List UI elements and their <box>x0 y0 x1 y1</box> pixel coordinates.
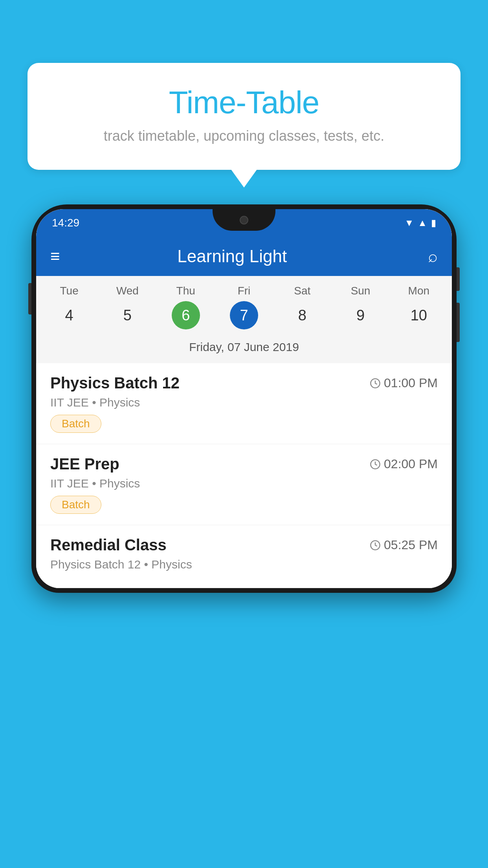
status-icons: ▼ ▲ ▮ <box>404 217 436 228</box>
tooltip-subtitle: track timetable, upcoming classes, tests… <box>51 128 437 144</box>
power-button-2 <box>457 303 460 342</box>
calendar-strip: Tue4Wed5Thu6Fri7Sat8Sun9Mon10 Friday, 07… <box>36 276 452 363</box>
status-time: 14:29 <box>52 217 79 229</box>
day-number[interactable]: 8 <box>288 301 316 329</box>
days-row: Tue4Wed5Thu6Fri7Sat8Sun9Mon10 <box>40 285 448 329</box>
schedule-item[interactable]: Remedial Class 05:25 PM Physics Batch 12… <box>36 525 452 588</box>
day-number[interactable]: 10 <box>405 301 433 329</box>
day-name: Thu <box>176 285 195 297</box>
item-title: Remedial Class <box>50 536 167 554</box>
volume-button <box>28 283 31 314</box>
power-button <box>457 267 460 291</box>
batch-badge: Batch <box>50 415 101 433</box>
day-number[interactable]: 5 <box>113 301 141 329</box>
tooltip-title: Time-Table <box>51 85 437 121</box>
schedule-content: Physics Batch 12 01:00 PM IIT JEE • Phys… <box>36 363 452 588</box>
day-number[interactable]: 4 <box>55 301 83 329</box>
phone-screen: 14:29 ▼ ▲ ▮ ≡ Learning Light ⌕ <box>36 209 452 588</box>
day-number[interactable]: 7 <box>230 301 258 329</box>
battery-icon: ▮ <box>431 217 436 228</box>
item-title: JEE Prep <box>50 455 119 473</box>
day-column[interactable]: Sat8 <box>277 285 328 329</box>
app-bar: ≡ Learning Light ⌕ <box>36 237 452 276</box>
schedule-item[interactable]: Physics Batch 12 01:00 PM IIT JEE • Phys… <box>36 363 452 444</box>
app-title: Learning Light <box>37 246 428 266</box>
item-time: 05:25 PM <box>370 538 438 552</box>
item-time: 01:00 PM <box>370 376 438 390</box>
phone-notch <box>213 209 275 231</box>
signal-icon: ▲ <box>418 217 427 228</box>
day-column[interactable]: Thu6 <box>160 285 211 329</box>
item-subtitle: IIT JEE • Physics <box>50 396 438 409</box>
search-icon[interactable]: ⌕ <box>428 247 438 266</box>
item-subtitle: Physics Batch 12 • Physics <box>50 558 438 571</box>
day-name: Fri <box>238 285 251 297</box>
item-time: 02:00 PM <box>370 457 438 471</box>
status-bar: 14:29 ▼ ▲ ▮ <box>36 209 452 237</box>
phone-mockup: 14:29 ▼ ▲ ▮ ≡ Learning Light ⌕ <box>31 204 457 868</box>
day-name: Sun <box>351 285 371 297</box>
selected-date-label: Friday, 07 June 2019 <box>40 336 448 359</box>
wifi-icon: ▼ <box>404 217 414 228</box>
day-column[interactable]: Mon10 <box>393 285 444 329</box>
item-title: Physics Batch 12 <box>50 374 180 392</box>
day-name: Mon <box>408 285 429 297</box>
day-column[interactable]: Sun9 <box>335 285 386 329</box>
day-column[interactable]: Fri7 <box>218 285 270 329</box>
day-name: Sat <box>294 285 310 297</box>
day-number[interactable]: 9 <box>347 301 375 329</box>
day-column[interactable]: Tue4 <box>44 285 95 329</box>
tooltip-card: Time-Table track timetable, upcoming cla… <box>28 63 460 170</box>
day-name: Tue <box>60 285 79 297</box>
day-name: Wed <box>116 285 139 297</box>
day-number[interactable]: 6 <box>172 301 200 329</box>
item-subtitle: IIT JEE • Physics <box>50 477 438 490</box>
front-camera <box>240 216 248 224</box>
day-column[interactable]: Wed5 <box>102 285 153 329</box>
schedule-item[interactable]: JEE Prep 02:00 PM IIT JEE • Physics Batc… <box>36 444 452 525</box>
batch-badge: Batch <box>50 496 101 514</box>
